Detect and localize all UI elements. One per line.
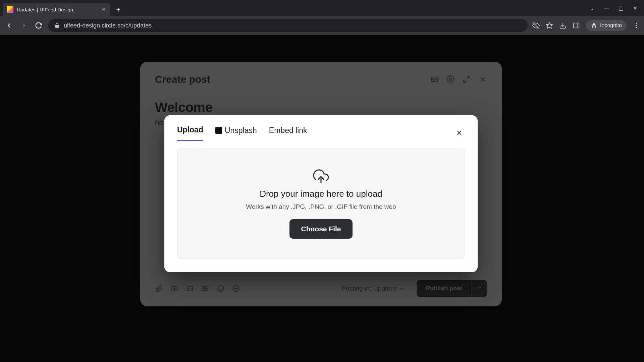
close-window-icon[interactable]: ✕ <box>633 5 637 11</box>
window-controls: ⌄ — ▢ ✕ <box>590 0 644 16</box>
forward-button[interactable] <box>19 20 29 31</box>
upload-modal: Upload Unsplash Embed link ✕ Drop your i… <box>164 115 478 272</box>
lock-icon <box>54 23 60 28</box>
tab-unsplash[interactable]: Unsplash <box>215 126 257 140</box>
eye-off-icon[interactable] <box>532 22 540 29</box>
browser-tab[interactable]: Updates | UIFeed Design ✕ <box>3 3 110 16</box>
url-bar[interactable]: uifeed-design.circle.so/c/updates <box>48 19 528 32</box>
tab-upload[interactable]: Upload <box>177 125 203 141</box>
chevron-down-icon[interactable]: ⌄ <box>590 5 594 11</box>
kebab-menu-icon[interactable] <box>633 22 640 29</box>
tab-embed[interactable]: Embed link <box>269 126 307 140</box>
svg-point-5 <box>636 25 637 26</box>
back-button[interactable] <box>4 20 14 31</box>
incognito-badge[interactable]: Incognito <box>586 20 627 31</box>
upload-tabs: Upload Unsplash Embed link ✕ <box>177 125 465 141</box>
minimize-icon[interactable]: — <box>604 5 609 11</box>
choose-file-button[interactable]: Choose File <box>289 219 352 239</box>
new-tab-button[interactable]: ＋ <box>113 4 124 15</box>
close-tab-icon[interactable]: ✕ <box>102 6 106 13</box>
side-panel-icon[interactable] <box>573 22 580 29</box>
browser-tab-strip: Updates | UIFeed Design ✕ ＋ ⌄ — ▢ ✕ <box>0 0 644 16</box>
svg-marker-0 <box>546 22 552 28</box>
svg-point-4 <box>636 23 637 24</box>
close-upload-icon[interactable]: ✕ <box>453 127 465 139</box>
maximize-icon[interactable]: ▢ <box>619 5 624 11</box>
toolbar-right-icons: Incognito <box>532 20 640 31</box>
url-text: uifeed-design.circle.so/c/updates <box>64 22 152 29</box>
browser-toolbar: uifeed-design.circle.so/c/updates Incogn… <box>0 16 644 35</box>
download-icon[interactable] <box>559 22 567 29</box>
dropzone[interactable]: Drop your image here to upload Works wit… <box>177 148 465 259</box>
tab-title: Updates | UIFeed Design <box>17 7 73 12</box>
unsplash-icon <box>215 127 222 134</box>
star-icon[interactable] <box>546 22 553 29</box>
tab-unsplash-label: Unsplash <box>225 126 257 135</box>
reload-button[interactable] <box>34 20 44 31</box>
cloud-upload-icon <box>311 169 331 185</box>
page-viewport: Create post Welcome hell <box>0 35 644 362</box>
incognito-label: Incognito <box>600 22 622 28</box>
svg-point-6 <box>636 27 637 28</box>
dropzone-subtext: Works with any .JPG, .PNG, or .GIF file … <box>246 203 396 210</box>
favicon-icon <box>7 6 13 13</box>
svg-rect-2 <box>574 23 579 28</box>
dropzone-heading: Drop your image here to upload <box>260 189 382 199</box>
